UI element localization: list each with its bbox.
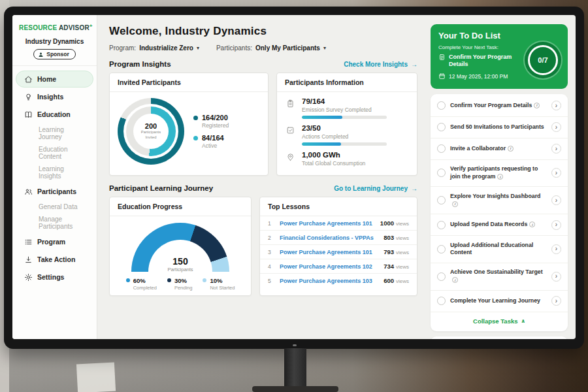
section-title-learning-journey: Participant Learning Journey — [109, 184, 213, 192]
home-icon — [24, 74, 33, 84]
gauge-legend: 60% Completed 30% Pending — [110, 277, 251, 291]
gear-icon — [24, 272, 33, 282]
todo-progress-ring: 0/7 — [525, 42, 561, 78]
task-checkbox[interactable] — [437, 245, 446, 253]
sponsor-badge[interactable]: Sponsor — [33, 49, 75, 59]
book-icon — [24, 110, 33, 119]
sidebar-item-insights[interactable]: Insights — [16, 88, 93, 105]
calendar-icon — [438, 73, 446, 81]
chevron-right-icon[interactable]: › — [551, 101, 561, 110]
participants-filter-dropdown[interactable]: Participants: Only My Participants ▾ — [216, 44, 326, 52]
info-row-global-consumption: 1,000 GWh Total Global Consumption — [286, 151, 408, 169]
download-icon — [24, 255, 33, 264]
sidebar-item-program[interactable]: Program — [16, 233, 93, 250]
info-icon: i — [452, 277, 458, 283]
sidebar-item-participants[interactable]: Participants — [16, 183, 93, 200]
sidebar-item-home[interactable]: Home — [16, 71, 93, 88]
sidebar-item-take-action[interactable]: Take Action — [16, 251, 93, 268]
legend-dot — [203, 278, 206, 282]
monitor-power-led — [293, 344, 297, 346]
info-icon: i — [534, 103, 540, 108]
chevron-right-icon[interactable]: › — [551, 168, 561, 178]
donut-legend: 164/200 Registered 84/164 Active — [193, 108, 229, 154]
task-list: Confirm Your Program Detailsi › Send 50 … — [431, 94, 568, 331]
arrow-right-icon: → — [411, 185, 417, 192]
sidebar-item-settings[interactable]: Settings — [16, 269, 93, 286]
lesson-row: 1 Power Purchase Agreements 101 1000view… — [260, 216, 417, 231]
lesson-link[interactable]: Financial Considerations - VPPAs — [280, 235, 378, 241]
gauge-center-value: 150 — [131, 257, 229, 267]
legend-dot — [193, 136, 198, 140]
task-item-send-invitations[interactable]: Send 50 Invitations to Participants › — [431, 117, 568, 139]
lesson-link[interactable]: Power Purchase Agreements 101 — [280, 220, 375, 227]
todo-panel: Your To Do List Complete Your Next Task:… — [427, 15, 576, 339]
education-gauge-chart: 150 Participants — [131, 223, 229, 272]
task-checkbox[interactable] — [437, 144, 446, 153]
arrow-right-icon: → — [411, 61, 417, 68]
checklist-icon — [286, 124, 296, 146]
collapse-tasks-link[interactable]: Collapse Tasks ∧ — [431, 312, 568, 330]
task-checkbox[interactable] — [437, 169, 446, 177]
gauge-center-label: Participants — [131, 267, 229, 272]
program-filter-dropdown[interactable]: Program: Industrialize Zero ▾ — [109, 44, 199, 52]
invited-participants-card: Invited Participants 200 Participants In… — [109, 73, 269, 176]
lesson-link[interactable]: Power Purchase Agreements 103 — [280, 278, 378, 284]
chevron-right-icon[interactable]: › — [551, 144, 561, 154]
sidebar-item-education[interactable]: Education — [16, 106, 93, 123]
invited-donut-chart: 200 Participants Invited — [118, 98, 184, 165]
legend-item-pending: 30% Pending — [167, 277, 193, 291]
chevron-right-icon[interactable]: › — [551, 272, 561, 282]
chevron-right-icon[interactable]: › — [551, 122, 561, 132]
main-content: Welcome, Industry Dynamics Program: Indu… — [97, 15, 427, 339]
bulb-icon — [24, 92, 33, 101]
task-checkbox[interactable] — [437, 272, 446, 281]
task-checkbox[interactable] — [437, 101, 446, 110]
task-item-invite-collaborator[interactable]: Invite a Collaboratori › — [431, 139, 568, 160]
task-checkbox[interactable] — [437, 123, 446, 131]
filter-bar: Program: Industrialize Zero ▾ Participan… — [109, 44, 417, 52]
go-to-learning-journey-link[interactable]: Go to Learning Journey → — [334, 185, 417, 192]
legend-item-active: 84/164 Active — [193, 134, 229, 149]
info-row-emission-survey: 79/164 Emission Survey Completed — [286, 97, 408, 119]
sidebar-item-learning-insights[interactable]: Learning Insights — [16, 163, 93, 182]
sidebar-item-education-content[interactable]: Education Content — [16, 143, 93, 163]
recent-news-card: Recent News — [431, 336, 568, 340]
sidebar-item-learning-journey[interactable]: Learning Journey — [16, 123, 93, 143]
chevron-right-icon[interactable]: › — [551, 195, 561, 205]
legend-dot — [193, 116, 198, 120]
app-logo: RESOURCE ADVISOR+ — [12, 22, 97, 35]
chevron-right-icon[interactable]: › — [551, 220, 561, 230]
sidebar-item-manage-participants[interactable]: Manage Participants — [16, 213, 93, 233]
chevron-up-icon: ∧ — [521, 318, 525, 324]
list-icon — [24, 237, 33, 246]
info-icon: i — [508, 146, 514, 152]
lesson-link[interactable]: Power Purchase Agreements 101 — [280, 249, 378, 255]
chevron-down-icon: ▾ — [323, 45, 326, 51]
donut-center-value: 200 — [145, 122, 157, 130]
todo-title: Your To Do List — [438, 31, 560, 41]
info-icon: i — [529, 221, 535, 227]
task-item-upload-educational-content[interactable]: Upload Additional Educational Content › — [431, 236, 568, 263]
task-item-achieve-sustainability-target[interactable]: Achieve One Sustainability Targeti › — [431, 263, 568, 291]
logo-plus: + — [90, 23, 93, 29]
task-checkbox[interactable] — [437, 297, 446, 305]
check-more-insights-link[interactable]: Check More Insights → — [344, 61, 417, 68]
task-item-upload-spend-data[interactable]: Upload Spend Data Recordsi › — [431, 214, 568, 236]
chevron-down-icon: ▾ — [197, 45, 199, 51]
task-item-explore-insights[interactable]: Explore Your Insights Dashboardi › — [431, 187, 568, 214]
card-title: Education Progress — [110, 197, 251, 216]
progress-bar — [302, 142, 387, 146]
lesson-link[interactable]: Power Purchase Agreements 102 — [280, 263, 378, 270]
task-item-complete-learning-journey[interactable]: Complete Your Learning Journey › — [431, 291, 568, 312]
monitor-stand-base — [252, 386, 338, 392]
chevron-right-icon[interactable]: › — [551, 244, 561, 254]
todo-summary-card: Your To Do List Complete Your Next Task:… — [431, 24, 568, 89]
legend-dot — [126, 278, 130, 282]
task-item-verify-participants[interactable]: Verify participants requesting to join t… — [431, 160, 568, 188]
sidebar-item-general-data[interactable]: General Data — [16, 201, 93, 213]
chevron-right-icon[interactable]: › — [551, 296, 561, 306]
task-item-confirm-program[interactable]: Confirm Your Program Detailsi › — [431, 95, 568, 117]
task-checkbox[interactable] — [437, 196, 446, 204]
desk-object — [76, 363, 116, 392]
task-checkbox[interactable] — [437, 221, 446, 229]
